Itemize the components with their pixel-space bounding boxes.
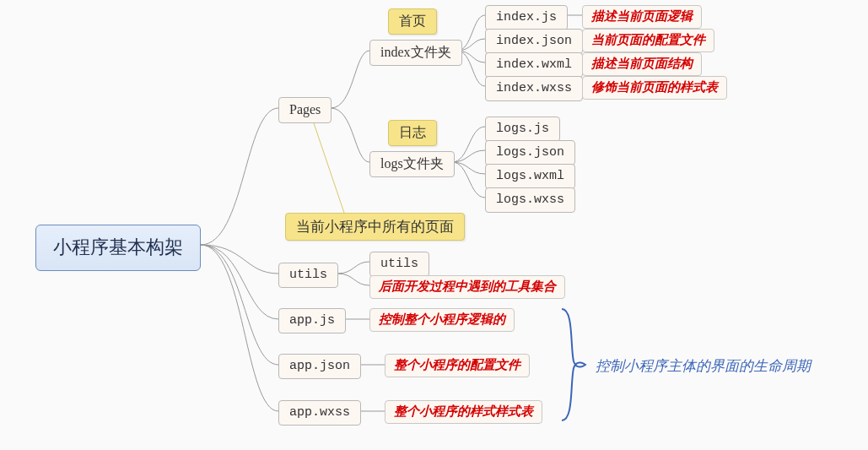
node-index-js: index.js: [485, 5, 568, 30]
node-appjson: app.json: [278, 354, 361, 379]
tag-logs: 日志: [388, 120, 437, 146]
node-index-wxml: index.wxml: [485, 52, 583, 78]
node-appwxss: app.wxss: [278, 400, 361, 426]
node-utils: utils: [278, 263, 338, 288]
node-logs-folder: logs文件夹: [369, 151, 455, 177]
desc-appwxss: 整个小程序的样式样式表: [385, 400, 542, 424]
desc-index-json: 当前页面的配置文件: [582, 29, 714, 52]
desc-utils: 后面开发过程中遇到的工具集合: [369, 275, 565, 299]
node-index-wxss: index.wxss: [485, 76, 583, 101]
desc-index-js: 描述当前页面逻辑: [582, 5, 702, 29]
node-logs-js: logs.js: [485, 117, 560, 142]
node-utils-child: utils: [369, 252, 429, 277]
node-pages: Pages: [278, 97, 332, 123]
annotation-lifecycle: 控制小程序主体的界面的生命周期: [596, 356, 811, 376]
node-logs-json: logs.json: [485, 140, 575, 165]
tag-index-home: 首页: [388, 8, 437, 35]
callout-pages-note: 当前小程序中所有的页面: [285, 213, 465, 241]
node-logs-wxss: logs.wxss: [485, 187, 575, 213]
desc-appjs: 控制整个小程序逻辑的: [369, 308, 515, 332]
desc-appjson: 整个小程序的配置文件: [385, 354, 530, 377]
node-index-folder: index文件夹: [369, 40, 462, 66]
node-appjs: app.js: [278, 308, 346, 333]
desc-index-wxml: 描述当前页面结构: [582, 52, 702, 76]
desc-index-wxss: 修饰当前页面的样式表: [582, 76, 727, 100]
node-logs-wxml: logs.wxml: [485, 164, 575, 189]
node-index-json: index.json: [485, 29, 583, 54]
root-node: 小程序基本构架: [35, 225, 201, 271]
